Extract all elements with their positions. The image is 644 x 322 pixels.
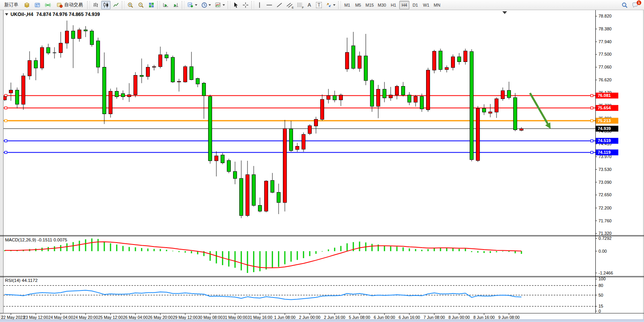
auto-scroll-icon[interactable] <box>161 1 170 9</box>
candle-body <box>346 53 349 69</box>
candle-body <box>140 75 144 76</box>
shapes-tool-icon[interactable] <box>324 1 337 9</box>
candle-body <box>420 97 424 109</box>
price-tag-74.939: 74.939 <box>598 126 611 131</box>
fibonacci-tool-icon[interactable]: F <box>295 1 304 9</box>
macd-bar <box>521 251 522 254</box>
macd-bar <box>459 249 460 251</box>
tf-button-m30[interactable]: M30 <box>376 1 388 9</box>
time-tick-label: 9 Jun 08:00 <box>498 315 520 320</box>
candle-body <box>240 178 243 215</box>
macd-bar <box>502 251 504 252</box>
tf-button-h1[interactable]: H1 <box>388 1 398 9</box>
macd-bar <box>141 248 142 251</box>
macd-bar <box>509 251 510 252</box>
macd-bar <box>334 248 335 251</box>
macd-bar <box>123 246 124 251</box>
macd-bar <box>116 245 118 251</box>
macd-bar <box>210 251 211 261</box>
line-chart-icon[interactable] <box>111 1 121 9</box>
text-tool-icon[interactable]: A <box>305 1 314 9</box>
new-order-button[interactable]: 新订单 <box>1 1 21 9</box>
macd-bar <box>98 239 99 251</box>
tf-button-mn[interactable]: MN <box>432 1 442 9</box>
candle-body <box>34 61 38 68</box>
price-tick-label: 72.650 <box>598 192 612 197</box>
chart-shift-icon[interactable] <box>171 1 181 9</box>
tf-button-m5[interactable]: M5 <box>353 1 363 9</box>
period-icon[interactable] <box>200 1 212 9</box>
candle-body <box>445 67 449 69</box>
candle-body <box>215 156 218 161</box>
candle-body <box>476 108 480 160</box>
horizontal-line-tool-icon[interactable] <box>265 1 274 9</box>
search-icon[interactable] <box>620 1 630 9</box>
candle-body <box>389 95 393 98</box>
crosshair-icon[interactable] <box>241 1 250 9</box>
macd-bar <box>496 251 497 252</box>
toolbar-separator <box>157 1 160 9</box>
candle-body <box>209 97 212 161</box>
zoom-out-icon[interactable] <box>136 1 146 9</box>
data-window-icon[interactable] <box>33 1 42 9</box>
trendline-tool-icon[interactable] <box>275 1 284 9</box>
macd-bar <box>135 247 136 251</box>
equidistant-channel-icon[interactable]: E <box>285 1 294 9</box>
candle-body <box>184 67 187 82</box>
hline-handle <box>5 151 7 153</box>
new-chart-icon[interactable] <box>186 1 199 9</box>
chart-canvas[interactable]: 78.82078.38077.94077.50077.06076.62076.1… <box>0 10 644 322</box>
text-label-tool-icon[interactable]: T <box>314 1 323 9</box>
macd-bar <box>384 246 385 251</box>
candle-body <box>258 206 262 211</box>
vertical-line-tool-icon[interactable] <box>255 1 264 9</box>
zoom-in-icon[interactable] <box>126 1 135 9</box>
candle-body <box>16 90 19 104</box>
templates-icon[interactable] <box>213 1 226 9</box>
candle-body <box>395 86 399 95</box>
candle-body <box>370 81 374 106</box>
channel-letter: E <box>292 6 294 9</box>
candle-body <box>333 96 337 100</box>
hline-handle <box>591 107 593 109</box>
toolbar-separator <box>338 1 341 9</box>
chart-window[interactable]: 78.82078.38077.94077.50077.06076.62076.1… <box>0 10 644 322</box>
macd-bar <box>316 251 317 254</box>
tf-button-h4[interactable]: H4 <box>399 1 409 9</box>
bar-chart-icon[interactable] <box>91 1 100 9</box>
macd-bar <box>235 251 236 268</box>
candle-body <box>171 57 175 82</box>
macd-bar <box>160 249 161 251</box>
price-tick-label: 71.320 <box>598 231 612 236</box>
cursor-icon[interactable] <box>232 1 240 9</box>
macd-bar <box>309 251 311 256</box>
candle-body <box>308 126 312 134</box>
candlestick-chart-icon[interactable] <box>101 1 111 9</box>
signals-icon[interactable] <box>43 1 53 9</box>
candle-body <box>507 90 511 98</box>
macd-bar <box>110 243 111 251</box>
symbol-dropdown-icon[interactable] <box>5 13 8 16</box>
time-tick-label: 8 Jun 00:00 <box>449 315 470 320</box>
macd-bar <box>421 250 423 252</box>
tile-windows-icon[interactable] <box>147 1 156 9</box>
left-gutter <box>0 10 3 319</box>
market-watch-icon[interactable] <box>22 1 32 9</box>
price-tick-label: 73.090 <box>598 180 612 185</box>
candle-body <box>47 48 50 53</box>
macd-bar <box>91 238 93 251</box>
horizontal-scrollbar[interactable] <box>0 320 644 322</box>
macd-bar <box>60 245 61 251</box>
hline-handle <box>5 140 7 142</box>
candle-body <box>121 93 125 97</box>
price-tick-label: 76.620 <box>598 77 612 82</box>
tf-button-m15[interactable]: M15 <box>364 1 375 9</box>
macd-bar <box>390 246 391 252</box>
candle-body <box>290 129 293 151</box>
notifications-icon[interactable]: 1 <box>630 1 640 9</box>
tf-button-w1[interactable]: W1 <box>421 1 431 9</box>
autotrading-button[interactable]: 自动交易 <box>54 1 86 9</box>
hline-handle <box>591 120 593 122</box>
tf-button-d1[interactable]: D1 <box>410 1 420 9</box>
tf-button-m1[interactable]: M1 <box>342 1 352 9</box>
